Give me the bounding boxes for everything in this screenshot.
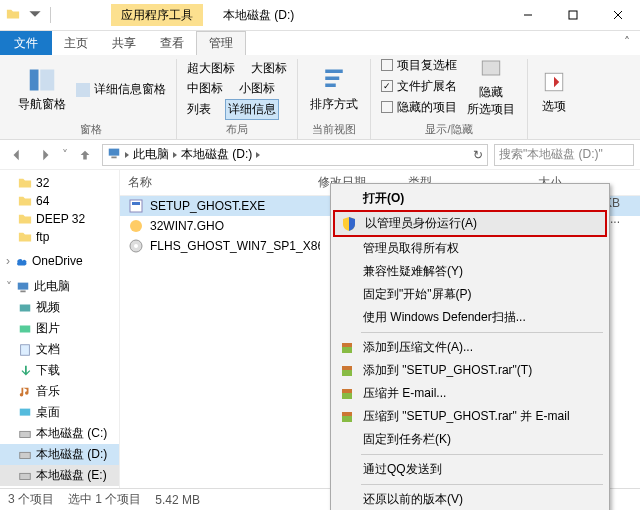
tree-desktop[interactable]: 桌面 [0,402,119,423]
options-button[interactable]: 选项 [536,66,572,117]
svg-rect-9 [20,304,31,311]
tree-disk-d[interactable]: 本地磁盘 (D:) [0,444,119,465]
svg-rect-14 [20,452,31,458]
search-input[interactable]: 搜索"本地磁盘 (D:)" [494,144,634,166]
menu-open[interactable]: 打开(O) [333,187,607,210]
sort-button[interactable]: 排序方式 [306,64,362,115]
nav-pane-button[interactable]: 导航窗格 [14,64,70,115]
view-list[interactable]: 列表 [185,99,213,120]
tab-share[interactable]: 共享 [100,31,148,55]
svg-rect-6 [111,157,116,159]
breadcrumb[interactable]: 此电脑 本地磁盘 (D:) ↻ [102,144,488,166]
view-small-icons[interactable]: 小图标 [237,79,277,98]
svg-rect-24 [342,366,352,370]
archive-icon [339,409,355,425]
nav-pane-label: 导航窗格 [18,96,66,113]
view-medium-icons[interactable]: 中图标 [185,79,225,98]
close-button[interactable] [595,0,640,31]
crumb-drive[interactable]: 本地磁盘 (D:) [181,146,252,163]
svg-rect-12 [20,408,31,415]
ribbon-collapse-icon[interactable]: ˄ [614,31,640,55]
menu-run-as-admin[interactable]: 以管理员身份运行(A) [333,210,607,237]
group-label-showhide: 显示/隐藏 [425,120,472,139]
refresh-icon[interactable]: ↻ [473,148,483,162]
sort-label: 排序方式 [310,96,358,113]
divider [50,7,51,23]
tree-onedrive[interactable]: ›OneDrive [0,252,119,270]
archive-icon [339,363,355,379]
checkbox-items[interactable]: 项目复选框 [379,56,459,75]
minimize-button[interactable] [505,0,550,31]
svg-rect-11 [21,344,30,355]
menu-qq-send[interactable]: 通过QQ发送到 [333,458,607,481]
tab-manage[interactable]: 管理 [196,31,246,55]
options-label: 选项 [542,98,566,115]
tree-folder-ftp[interactable]: ftp [0,228,119,246]
context-menu: 打开(O) 以管理员身份运行(A) 管理员取得所有权 兼容性疑难解答(Y) 固定… [330,183,610,510]
tree-folder-64[interactable]: 64 [0,192,119,210]
view-xl-icons[interactable]: 超大图标 [185,59,237,78]
nav-tree: 32 64 DEEP 32 ftp ›OneDrive ˅此电脑 视频 图片 文… [0,170,120,488]
tree-this-pc[interactable]: ˅此电脑 [0,276,119,297]
title-bar: 应用程序工具 本地磁盘 (D:) [0,0,640,31]
tree-music[interactable]: 音乐 [0,381,119,402]
history-dropdown[interactable]: ˅ [62,148,68,162]
file-name: FLHS_GHOST_WIN7_SP1_X86_V7.3.iso [150,239,320,253]
menu-add-archive[interactable]: 添加到压缩文件(A)... [333,336,607,359]
hide-items-button[interactable]: 隐藏 所选项目 [463,52,519,120]
tree-downloads[interactable]: 下载 [0,360,119,381]
status-count: 3 个项目 [8,491,54,508]
forward-button[interactable] [34,144,56,166]
menu-add-rar[interactable]: 添加到 "SETUP_GHOST.rar"(T) [333,359,607,382]
tab-file[interactable]: 文件 [0,31,52,55]
address-bar: ˅ 此电脑 本地磁盘 (D:) ↻ 搜索"本地磁盘 (D:)" [0,140,640,170]
menu-separator [361,484,603,485]
crumb-pc[interactable]: 此电脑 [133,146,169,163]
tab-view[interactable]: 查看 [148,31,196,55]
ribbon: 导航窗格 详细信息窗格 窗格 超大图标 大图标 中图标 小图标 列表 详细信息 … [0,55,640,140]
svg-rect-17 [132,202,140,205]
menu-pin-taskbar[interactable]: 固定到任务栏(K) [333,428,607,451]
menu-pin-start[interactable]: 固定到"开始"屏幕(P) [333,283,607,306]
menu-defender[interactable]: 使用 Windows Defender扫描... [333,306,607,329]
tree-documents[interactable]: 文档 [0,339,119,360]
archive-icon [339,340,355,356]
svg-rect-15 [20,473,31,479]
hide-label: 隐藏 所选项目 [467,84,515,118]
tree-disk-e[interactable]: 本地磁盘 (E:) [0,465,119,486]
tab-home[interactable]: 主页 [52,31,100,55]
menu-compat[interactable]: 兼容性疑难解答(Y) [333,260,607,283]
tree-folder-32[interactable]: 32 [0,174,119,192]
group-label-view: 当前视图 [312,120,356,139]
file-name: SETUP_GHOST.EXE [150,199,265,213]
exe-icon [128,198,144,214]
view-details[interactable]: 详细信息 [225,99,279,120]
view-large-icons[interactable]: 大图标 [249,59,289,78]
menu-take-ownership[interactable]: 管理员取得所有权 [333,237,607,260]
checkbox-hidden[interactable]: 隐藏的项目 [379,98,459,117]
menu-zip-email2[interactable]: 压缩到 "SETUP_GHOST.rar" 并 E-mail [333,405,607,428]
menu-separator [361,454,603,455]
dropdown-icon[interactable] [28,7,42,24]
folder-icon [6,7,20,24]
details-pane-button[interactable]: 详细信息窗格 [74,80,168,99]
col-name[interactable]: 名称 [120,170,310,195]
svg-rect-2 [40,70,54,91]
up-button[interactable] [74,144,96,166]
pc-icon [107,146,121,163]
tree-disk-c[interactable]: 本地磁盘 (C:) [0,423,119,444]
menu-previous-versions[interactable]: 还原以前的版本(V) [333,488,607,510]
menu-zip-email[interactable]: 压缩并 E-mail... [333,382,607,405]
status-selection: 选中 1 个项目 [68,491,141,508]
window-title: 本地磁盘 (D:) [223,7,294,24]
checkbox-ext[interactable]: ✓文件扩展名 [379,77,459,96]
tree-pictures[interactable]: 图片 [0,318,119,339]
tree-videos[interactable]: 视频 [0,297,119,318]
tree-folder-deep32[interactable]: DEEP 32 [0,210,119,228]
back-button[interactable] [6,144,28,166]
svg-rect-1 [30,70,39,91]
group-label-layout: 布局 [226,120,248,139]
maximize-button[interactable] [550,0,595,31]
file-name: 32WIN7.GHO [150,219,224,233]
svg-rect-16 [130,200,142,212]
